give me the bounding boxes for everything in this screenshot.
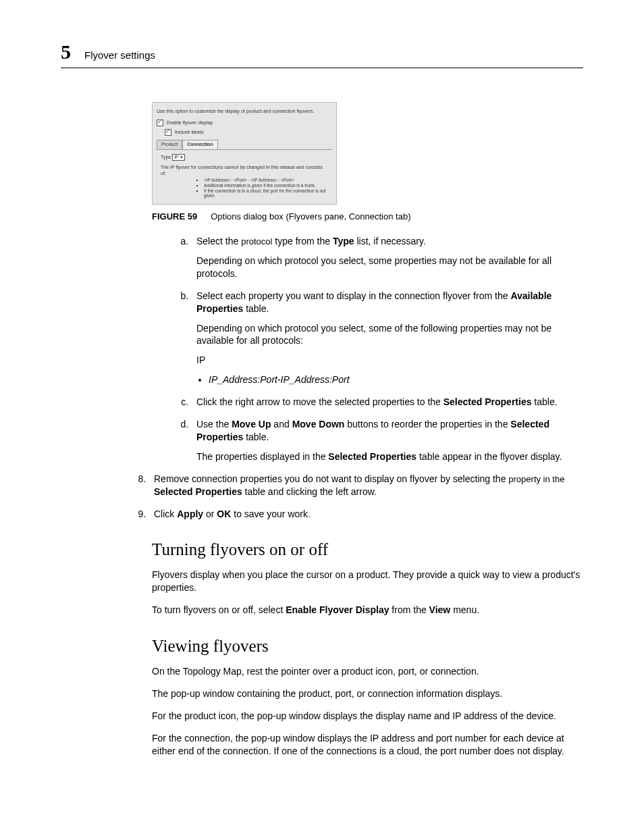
- step-9-mid: or: [203, 509, 217, 519]
- tab-connection[interactable]: Connection: [182, 140, 218, 149]
- step-8-bold: Selected Properties: [154, 486, 242, 497]
- step-d-mid1: and: [271, 419, 292, 429]
- step-b-bullets: IP_Address:Port-IP_Address:Port: [209, 373, 583, 386]
- step-b: Select each property you want to display…: [191, 290, 583, 386]
- chapter-title: Flyover settings: [84, 49, 155, 61]
- step-8-mono: property in the: [508, 474, 564, 484]
- page: 5 Flyover settings Use this option to cu…: [0, 0, 644, 834]
- viewing-p4: For the connection, the pop-up window di…: [152, 732, 583, 758]
- heading-viewing-flyovers: Viewing flyovers: [152, 637, 583, 656]
- step-c-pre: Click the right arrow to move the select…: [196, 396, 444, 407]
- include-labels-label: Include labels: [175, 130, 204, 134]
- turning-p2: To turn flyovers on or off, select Enabl…: [152, 604, 583, 617]
- numbered-steps: Remove connection properties you do not …: [128, 473, 583, 521]
- numbered-steps-wrap: Remove connection properties you do not …: [128, 473, 583, 521]
- step-d-note: The properties displayed in the Selected…: [196, 450, 583, 463]
- step-a-pre: Select the: [196, 236, 241, 246]
- turning-p2-mid: from the: [389, 604, 429, 615]
- figure-caption: FIGURE 59Options dialog box (Flyovers pa…: [152, 211, 583, 221]
- figure-area: Use this option to customize the display…: [152, 102, 583, 463]
- step-a-mono: protocol: [241, 236, 272, 246]
- turning-p1: Flyovers display when you place the curs…: [152, 569, 583, 594]
- chapter-number: 5: [61, 41, 71, 63]
- step-b-pre: Select each property you want to display…: [196, 290, 510, 301]
- step-a-note: Depending on which protocol you select, …: [196, 255, 583, 280]
- alpha-steps: Select the protocol type from the Type l…: [152, 235, 583, 463]
- step-a-bold: Type: [333, 236, 354, 246]
- type-label: Type: [161, 155, 171, 159]
- step-b-ip: IP: [196, 354, 583, 367]
- step-9-suf: to save your work.: [231, 509, 311, 519]
- step-d-suf: table.: [243, 432, 269, 442]
- step-d-mid2: buttons to reorder the properties in the: [344, 419, 510, 429]
- enable-flyover-label: Enable flyover display: [167, 120, 213, 125]
- shot-bullet-1: <IP Address> : <Port> - <IP Address> : <…: [204, 178, 332, 183]
- tab-product[interactable]: Product: [157, 140, 182, 149]
- shot-note: The IP flyover for connections cannot be…: [161, 165, 328, 176]
- step-b-note: Depending on which protocol you select, …: [196, 322, 583, 348]
- step-9-b1: Apply: [177, 509, 203, 519]
- heading-turning-flyovers: Turning flyovers on or off: [152, 540, 583, 559]
- viewing-p2: The pop-up window containing the product…: [152, 687, 583, 700]
- include-labels-checkbox[interactable]: [165, 129, 171, 136]
- options-dialog-screenshot: Use this option to customize the display…: [152, 102, 337, 205]
- section-turning: Turning flyovers on or off Flyovers disp…: [152, 540, 583, 757]
- enable-flyover-checkbox[interactable]: [157, 120, 163, 126]
- step-a-suf: list, if necessary.: [354, 236, 426, 246]
- step-a-mid: type from the: [272, 236, 332, 246]
- step-9-pre: Click: [154, 509, 177, 519]
- step-8-suf: table and clicking the left arrow.: [242, 486, 377, 497]
- step-d: Use the Move Up and Move Down buttons to…: [191, 418, 583, 463]
- shot-bullets: <IP Address> : <Port> - <IP Address> : <…: [177, 178, 332, 199]
- type-dropdown[interactable]: IP ▾: [172, 154, 184, 161]
- page-header: 5 Flyover settings: [61, 41, 583, 68]
- turning-p2-b1: Enable Flyover Display: [286, 604, 389, 615]
- tab-bar: ProductConnection: [157, 140, 332, 149]
- shot-bullet-2: Additional information is given if the c…: [204, 183, 332, 188]
- viewing-p1: On the Topology Map, rest the pointer ov…: [152, 665, 583, 678]
- step-a: Select the protocol type from the Type l…: [191, 235, 583, 280]
- step-d-b1: Move Up: [232, 419, 271, 429]
- figure-label: FIGURE 59: [152, 211, 197, 221]
- step-9-b2: OK: [217, 509, 231, 519]
- figure-caption-text: Options dialog box (Flyovers pane, Conne…: [211, 211, 410, 221]
- step-c: Click the right arrow to move the select…: [191, 396, 583, 409]
- step-8: Remove connection properties you do not …: [149, 473, 583, 498]
- step-c-suf: table.: [531, 396, 557, 407]
- step-d-note-bold: Selected Properties: [328, 451, 417, 462]
- step-9: Click Apply or OK to save your work.: [149, 508, 583, 521]
- step-d-note-suf: table appear in the flyover display.: [417, 451, 562, 462]
- viewing-p3: For the product icon, the pop-up window …: [152, 710, 583, 723]
- shot-bullet-3: If the connection is to a cloud, the por…: [204, 188, 332, 199]
- step-d-pre: Use the: [196, 419, 232, 429]
- turning-p2-b2: View: [429, 604, 451, 615]
- step-c-bold: Selected Properties: [444, 396, 532, 407]
- shot-intro: Use this option to customize the display…: [157, 109, 332, 114]
- step-d-b2: Move Down: [292, 419, 345, 429]
- step-d-note-pre: The properties displayed in the: [196, 451, 328, 462]
- step-b-suf: table.: [243, 303, 269, 314]
- step-8-pre: Remove connection properties you do not …: [154, 473, 508, 484]
- turning-p2-pre: To turn flyovers on or off, select: [152, 604, 286, 615]
- step-b-bullet-1: IP_Address:Port-IP_Address:Port: [209, 373, 583, 386]
- turning-p2-suf: menu.: [450, 604, 479, 615]
